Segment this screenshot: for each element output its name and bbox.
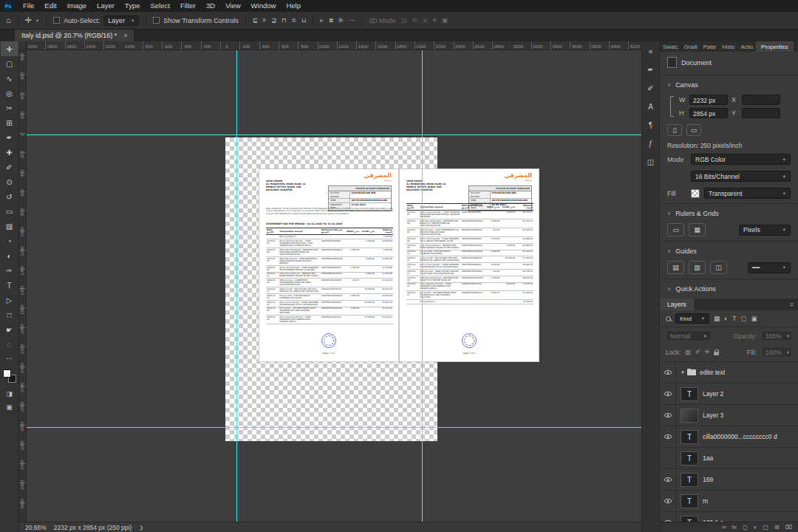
fill-swatch-icon[interactable] [691,189,700,198]
horizontal-guide[interactable] [27,134,641,135]
align-options-more-icon[interactable]: ⋯ [349,16,355,24]
libraries-panel-icon[interactable]: ◫ [643,154,659,170]
rulers-grids-section-header[interactable]: ∨ Rulers & Grids [660,205,798,220]
layer-row[interactable]: ▼ T 169 [660,469,798,491]
auto-select-target-dropdown[interactable]: Layer▼ [103,16,139,26]
panel-tab[interactable]: Actio [737,41,756,52]
pen-tool[interactable]: ✑ [1,263,18,278]
layer-thumbnail[interactable]: T [681,387,698,401]
orientation-portrait-button[interactable]: ▯ [667,124,682,136]
visibility-toggle[interactable] [660,362,676,383]
3d-scale-icon[interactable]: ▣ [443,16,449,24]
show-transform-controls-checkbox[interactable] [153,17,160,24]
layer-effects-icon[interactable]: fx [732,525,737,531]
type-tool[interactable]: T [1,278,18,293]
delete-layer-icon[interactable]: ⌧ [785,525,792,531]
menu-item[interactable]: Image [62,0,92,12]
expand-panels-icon[interactable]: « [643,43,659,59]
guides-section-header[interactable]: ∨ Guides [660,243,798,258]
glyphs-panel-icon[interactable]: ƒ [643,135,659,151]
new-layer-icon[interactable]: ⊞ [774,525,780,531]
close-tab-icon[interactable]: × [123,32,127,39]
document-tab[interactable]: Italy id.psd @ 20.7% (RGB/16) * × [15,30,134,41]
tab-properties[interactable]: Properties [756,41,793,52]
3d-roll-icon[interactable]: ⟲ [412,16,417,24]
layer-name[interactable]: edite text [700,369,726,376]
canvas-height-field[interactable]: 2854 px [689,108,728,118]
visibility-toggle[interactable] [660,469,676,490]
hand-tool[interactable]: ☛ [1,322,18,337]
quick-mask-icon[interactable]: ◨ [6,390,13,398]
layer-thumbnail[interactable]: T [681,494,698,508]
panel-tab[interactable]: Patte [700,41,720,52]
toggle-rulers-button[interactable]: ▭ [667,223,684,236]
move-tool[interactable]: ✛ [1,41,18,56]
opacity-field[interactable]: 100%▼ [761,330,792,341]
layer-thumbnail[interactable]: T [681,473,698,487]
eyedropper-tool[interactable]: ✒ [1,130,18,145]
visibility-toggle[interactable] [660,512,676,522]
statement-page-2[interactable]: JOHN HOKERAL MANKHOOL ROAD BLDG 12MOBILE… [399,168,539,362]
object-selection-tool[interactable]: ◎ [1,86,18,100]
fill-field[interactable]: 100%▼ [761,347,792,358]
toggle-smart-guides-button[interactable]: ▥ [689,261,706,274]
character-panel-icon[interactable]: A [643,98,659,115]
align-center-horizontal-icon[interactable]: ≡ [263,16,267,24]
color-mode-dropdown[interactable]: RGB Color▼ [691,154,791,165]
screen-mode-icon[interactable]: ▣ [6,403,13,411]
layer-name[interactable]: cilla0000000...cccccccc0 d [703,433,777,440]
zoom-tool[interactable]: ◌ [1,337,18,352]
history-brush-tool[interactable]: ↺ [1,189,18,204]
visibility-toggle[interactable] [660,448,676,468]
horizontal-guide[interactable] [27,427,641,428]
link-dimensions-icon[interactable] [670,96,674,117]
layer-name[interactable]: 1aa [703,454,713,462]
menu-item[interactable]: View [220,0,245,12]
layer-thumbnail[interactable]: T [681,430,698,444]
layer-row[interactable]: ▼ T 1aa [660,448,798,469]
dodge-tool[interactable]: ◐ [1,248,18,263]
guide-style-dropdown[interactable]: ━━▼ [748,262,791,273]
3d-rotate-icon[interactable]: ◲ [401,16,407,24]
tab-layers[interactable]: Layers [660,299,694,310]
canvas-fill-dropdown[interactable]: Transparent▼ [704,188,791,199]
lock-image-pixels-icon[interactable]: ✐ [695,349,700,355]
menu-item[interactable]: Help [281,0,306,12]
filter-pixel-layers-icon[interactable]: ▦ [714,315,720,322]
layer-row[interactable]: ▼ T m [660,491,798,512]
new-group-icon[interactable]: ▢ [763,525,769,531]
horizontal-ruler[interactable]: 2000180016001400120010008006004002000200… [27,41,641,50]
tool-preset-chevron-icon[interactable]: ▼ [35,18,39,23]
layer-row[interactable]: ▼ T edite text [660,362,798,383]
layer-row[interactable]: ▼ T Layer 2 [660,383,798,405]
eraser-tool[interactable]: ▭ [1,204,18,219]
foreground-background-swatches[interactable] [3,369,16,383]
zoom-level-field[interactable]: 20.66% [25,524,47,531]
menu-item[interactable]: Filter [175,0,201,12]
align-top-icon[interactable]: ⊓ [282,16,286,24]
lock-transparent-pixels-icon[interactable]: ▨ [685,349,691,355]
layer-name[interactable]: Layer 3 [703,412,723,419]
move-tool-icon[interactable]: ✛ [25,16,32,24]
paragraph-panel-icon[interactable]: ¶ [643,117,659,133]
menu-item[interactable]: Window [246,0,282,12]
layer-name[interactable]: m [703,497,708,505]
marquee-tool[interactable]: ▢ [1,56,18,71]
group-chevron-icon[interactable]: ▼ [681,370,685,375]
brush-settings-panel-icon[interactable]: ✐ [643,80,659,96]
canvas-y-field[interactable] [742,108,780,118]
clone-stamp-tool[interactable]: ⊙ [1,174,18,189]
vertical-ruler[interactable]: 8006004002000200400600800100012001400160… [19,50,27,522]
filter-kind-dropdown[interactable]: Kind▼ [675,313,709,324]
layer-row[interactable]: ▼ T cilla0000000...cccccccc0 d [660,426,798,448]
panel-tab[interactable]: Gradi [681,41,700,52]
brush-tool[interactable]: ✐ [1,160,18,174]
canvas-width-field[interactable]: 2232 px [689,95,728,105]
visibility-toggle[interactable] [660,426,676,447]
layer-mask-icon[interactable]: ◻ [743,525,748,531]
bit-depth-dropdown[interactable]: 16 Bits/Channel▼ [691,171,791,182]
statement-page-1[interactable]: JOHN HOKERAL MANKHOOL ROAD BLDG 12MOBILE… [259,168,399,362]
clear-guides-button[interactable]: ◫ [710,261,727,274]
shape-tool[interactable]: □ [1,307,18,322]
frame-tool[interactable]: ⊞ [1,115,18,130]
